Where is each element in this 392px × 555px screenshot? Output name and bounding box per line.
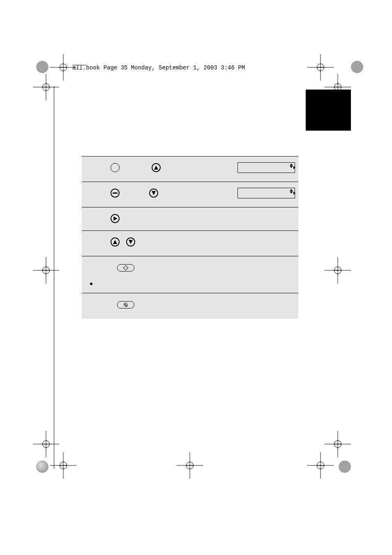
step-row-1 [82, 157, 298, 182]
right-triangle-circle-icon [111, 214, 120, 223]
reg-crosshair-top-left-2 [40, 81, 52, 93]
page-header: all.book Page 35 Monday, September 1, 20… [53, 64, 245, 71]
reg-crosshair-bot-left-2 [58, 460, 69, 471]
color-ball-icon [339, 461, 351, 473]
header-page: Page 35 [104, 64, 128, 71]
reg-crosshair-bot-right-2 [315, 460, 326, 471]
stop-button-icon [117, 301, 134, 309]
scroll-arrows-icon [290, 164, 293, 168]
display-field-1 [238, 162, 295, 173]
gray-ball-icon [36, 461, 48, 473]
step-row-2 [82, 182, 298, 207]
reg-crosshair-bot-left-1 [40, 438, 52, 450]
instruction-table [82, 156, 298, 319]
bullet-note [90, 280, 294, 287]
header-time: 3:46 PM [221, 64, 245, 71]
color-ball-icon [351, 61, 363, 73]
header-date: September 1, 2003 [159, 64, 217, 71]
reg-crosshair-mid-right [332, 265, 344, 276]
up-arrow-circle-icon [152, 163, 161, 172]
color-ball-icon [36, 61, 48, 73]
reg-crosshair-bot-right-1 [332, 438, 344, 450]
step-row-5 [82, 256, 298, 293]
up-arrow-circle-icon [111, 237, 120, 246]
step-row-3 [82, 207, 298, 231]
header-day: Monday, [131, 64, 155, 71]
reg-crosshair-bot-center [184, 460, 196, 471]
crop-line-left [54, 86, 54, 469]
down-arrow-circle-icon [126, 237, 135, 246]
dash-circle-icon [111, 189, 120, 198]
thumb-index-tab [306, 90, 351, 131]
bullet-icon [90, 283, 92, 285]
circle-outline-icon [111, 163, 120, 172]
start-button-icon [117, 264, 134, 272]
display-field-2 [238, 188, 295, 198]
down-arrow-circle-icon [149, 189, 158, 198]
scroll-arrows-icon [290, 189, 293, 193]
step-row-4 [82, 231, 298, 256]
step-row-6 [82, 293, 298, 319]
reg-crosshair-top-right-1 [315, 62, 326, 73]
reg-crosshair-mid-left [40, 265, 52, 276]
page: all.book Page 35 Monday, September 1, 20… [0, 0, 392, 555]
header-filename: all.book [72, 64, 100, 71]
